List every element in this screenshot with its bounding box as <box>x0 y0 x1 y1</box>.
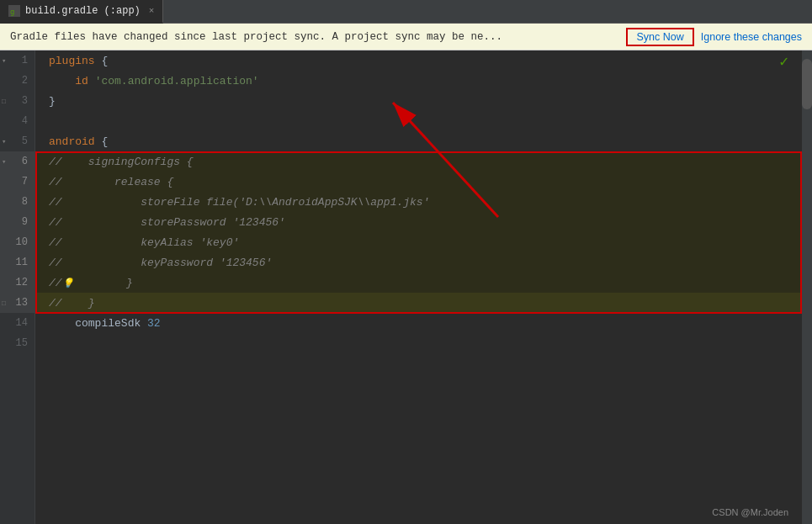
line-number-12: 12 <box>0 273 34 293</box>
code-line-14: compileSdk 32 <box>35 313 802 333</box>
fold-gutter-5: ▾ <box>2 137 6 146</box>
code-line-13: // } <box>35 293 802 313</box>
code-line-10: // keyAlias 'key0' <box>35 232 802 252</box>
code-line-2: id 'com.android.application' <box>35 71 802 91</box>
line-numbers: ▾ 1 2 □ 3 4 ▾ 5 ▾ 6 7 8 <box>0 50 35 524</box>
tab-build-gradle[interactable]: g build.gradle (:app) × <box>0 0 163 24</box>
svg-text:g: g <box>10 8 14 16</box>
tab-close-button[interactable]: × <box>149 6 155 16</box>
line-number-10: 10 <box>0 232 34 252</box>
line-number-1: ▾ 1 <box>0 50 34 71</box>
fold-gutter-13: □ <box>2 299 6 307</box>
line-number-4: 4 <box>0 111 34 131</box>
line-number-7: 7 <box>0 172 34 192</box>
line-number-9: 9 <box>0 212 34 232</box>
notification-bar: Gradle files have changed since last pro… <box>0 24 812 50</box>
code-line-3: } <box>35 91 802 111</box>
code-line-7: // release { <box>35 172 802 192</box>
line-number-3: □ 3 <box>0 91 34 111</box>
fold-gutter-1: ▾ <box>2 56 6 66</box>
checkmark-icon: ✓ <box>779 52 788 71</box>
notification-text: Gradle files have changed since last pro… <box>10 31 619 43</box>
code-line-15 <box>35 333 802 353</box>
line-number-14: 14 <box>0 313 34 333</box>
line-number-5: ▾ 5 <box>0 131 34 151</box>
code-line-5: android { <box>35 131 802 151</box>
line-number-2: 2 <box>0 71 34 91</box>
ignore-changes-button[interactable]: Ignore these changes <box>701 31 802 43</box>
line-number-6: ▾ 6 <box>0 151 34 172</box>
tab-bar: g build.gradle (:app) × <box>0 0 812 24</box>
code-content: plugins { id 'com.android.application' }… <box>35 50 802 524</box>
editor-area: ▾ 1 2 □ 3 4 ▾ 5 ▾ 6 7 8 <box>0 50 812 524</box>
code-line-9: // storePassword '123456' <box>35 212 802 232</box>
code-line-11: // keyPassword '123456' <box>35 252 802 273</box>
code-line-6: // signingConfigs { <box>35 151 802 172</box>
watermark-text: CSDN @Mr.Joden <box>712 507 788 517</box>
code-line-12: //💡 } <box>35 273 802 293</box>
line-number-13: □ 13 <box>0 293 34 313</box>
fold-gutter-3: □ <box>2 98 6 105</box>
line-number-11: 11 <box>0 252 34 273</box>
tab-label: build.gradle (:app) <box>25 5 141 17</box>
editor-scrollbar[interactable] <box>802 50 812 524</box>
line-number-15: 15 <box>0 333 34 353</box>
code-line-1: plugins { <box>35 50 802 71</box>
line-number-8: 8 <box>0 192 34 212</box>
code-line-8: // storeFile file('D:\\AndroidAppSJK\\ap… <box>35 192 802 212</box>
fold-gutter-6: ▾ <box>2 157 6 167</box>
lightbulb-icon: 💡 <box>62 278 74 288</box>
sync-now-button[interactable]: Sync Now <box>626 28 693 46</box>
code-line-4 <box>35 111 802 131</box>
gradle-file-icon: g <box>8 5 20 17</box>
